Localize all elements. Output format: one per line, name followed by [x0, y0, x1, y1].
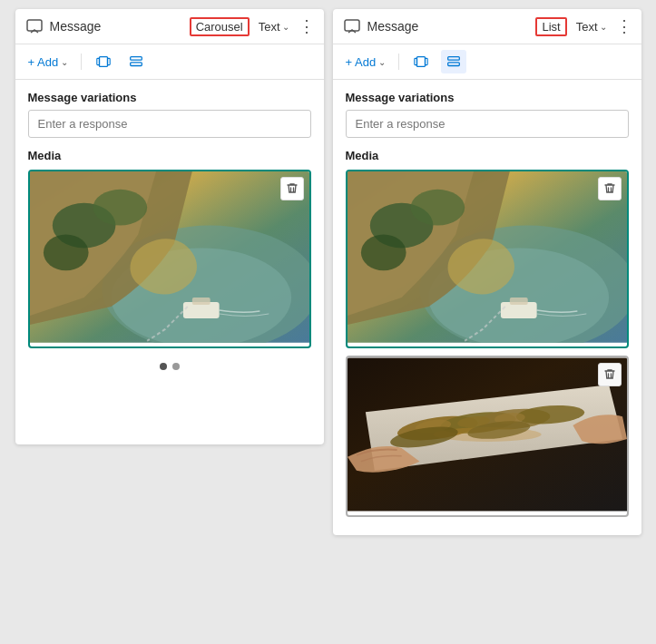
svg-rect-16 — [415, 58, 417, 64]
add-chevron-icon-list: ⌄ — [378, 57, 386, 67]
plus-icon: + — [28, 55, 35, 69]
delete-media-button-list-2[interactable] — [598, 363, 622, 386]
carousel-panel: Message Carousel Text ⌄ ⋮ + Add ⌄ — [15, 9, 324, 444]
carousel-badge[interactable]: Carousel — [190, 17, 250, 36]
toolbar-separator — [81, 54, 82, 70]
carousel-view-button-list[interactable] — [408, 50, 434, 73]
media-card-carousel — [28, 170, 311, 348]
dot-2[interactable] — [172, 363, 180, 370]
fish-image — [348, 357, 627, 512]
svg-rect-18 — [448, 57, 460, 61]
chevron-down-icon-list: ⌄ — [600, 22, 607, 32]
plus-icon-list: + — [346, 55, 353, 69]
svg-point-25 — [410, 190, 465, 226]
panel-title-list: Message — [367, 19, 527, 34]
svg-rect-1 — [100, 57, 108, 67]
media-label-list: Media — [346, 149, 629, 162]
media-card-list-2 — [346, 356, 629, 517]
message-icon-list — [342, 16, 362, 36]
response-input-list[interactable] — [346, 110, 629, 138]
list-view-button-list[interactable] — [441, 50, 466, 73]
more-options-icon[interactable]: ⋮ — [299, 18, 315, 34]
panel-title-carousel: Message — [50, 19, 181, 34]
svg-point-10 — [43, 235, 88, 271]
svg-rect-17 — [426, 58, 428, 64]
add-button-carousel[interactable]: + Add ⌄ — [24, 54, 73, 71]
panel-header-list: Message List Text ⌄ ⋮ — [333, 9, 641, 44]
svg-rect-3 — [108, 58, 111, 64]
more-options-icon-list[interactable]: ⋮ — [616, 18, 632, 34]
media-label-carousel: Media — [28, 149, 311, 162]
carousel-view-button[interactable] — [91, 50, 116, 73]
add-chevron-icon: ⌄ — [61, 57, 68, 67]
toolbar-separator-list — [398, 54, 399, 70]
dot-1[interactable] — [160, 363, 167, 370]
list-panel: Message List Text ⌄ ⋮ + Add ⌄ — [333, 9, 641, 535]
svg-rect-13 — [191, 298, 210, 305]
list-view-button[interactable] — [123, 50, 149, 73]
carousel-dots — [28, 356, 311, 379]
message-variations-label-list: Message variations — [346, 91, 629, 104]
svg-rect-19 — [448, 63, 460, 66]
panel-body-carousel: Message variations Media — [15, 80, 324, 444]
add-button-list[interactable]: + Add ⌄ — [342, 54, 390, 71]
aerial-image-list — [348, 171, 627, 343]
message-icon — [24, 16, 44, 36]
svg-rect-4 — [131, 57, 142, 61]
panel-body-list: Message variations Media — [333, 80, 641, 535]
header-right-carousel: Text ⌄ ⋮ — [255, 18, 315, 35]
response-input-carousel[interactable] — [28, 110, 311, 138]
text-dropdown-carousel[interactable]: Text ⌄ — [255, 18, 293, 35]
delete-media-button-list-1[interactable] — [598, 177, 622, 200]
svg-rect-2 — [97, 58, 100, 64]
delete-media-button-carousel[interactable] — [280, 177, 304, 200]
svg-rect-15 — [417, 57, 426, 67]
svg-rect-27 — [509, 298, 527, 305]
aerial-image — [30, 171, 309, 343]
svg-point-24 — [360, 235, 406, 271]
chevron-down-icon: ⌄ — [282, 22, 289, 32]
text-dropdown-list[interactable]: Text ⌄ — [573, 18, 611, 35]
toolbar-carousel: + Add ⌄ — [15, 44, 324, 80]
message-variations-label-carousel: Message variations — [28, 91, 311, 104]
svg-rect-5 — [131, 63, 142, 66]
list-badge[interactable]: List — [535, 17, 566, 36]
media-card-list-1 — [346, 170, 629, 348]
panel-header-carousel: Message Carousel Text ⌄ ⋮ — [15, 9, 324, 44]
toolbar-list: + Add ⌄ — [333, 44, 641, 80]
svg-point-11 — [93, 190, 147, 226]
header-right-list: Text ⌄ ⋮ — [573, 18, 632, 35]
